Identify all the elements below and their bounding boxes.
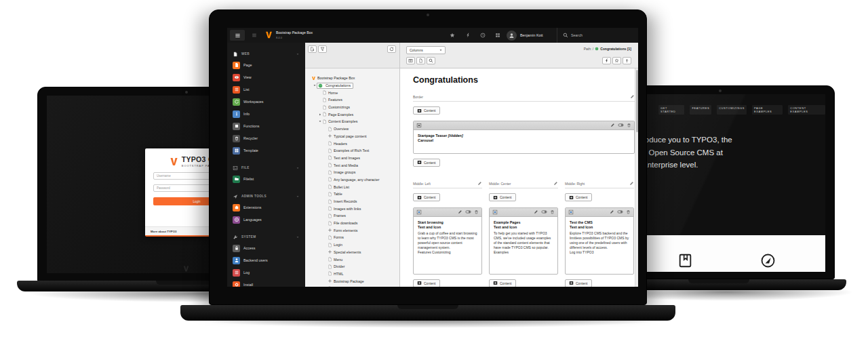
tree-item[interactable]: Any language, any character xyxy=(305,176,399,184)
star-icon[interactable] xyxy=(450,33,455,38)
columns-select[interactable]: Columns xyxy=(406,46,446,54)
trash-icon[interactable] xyxy=(550,209,555,214)
content-element-header[interactable] xyxy=(414,121,634,130)
grid-icon[interactable] xyxy=(495,33,500,38)
tree-item[interactable]: Carousel xyxy=(305,285,399,287)
tree-item[interactable]: Insert Records xyxy=(305,198,399,205)
content-scrollbar[interactable] xyxy=(635,68,638,287)
menu-section-admin-tools[interactable]: ADMIN TOOLS xyxy=(227,191,305,201)
sidebar-item-languages[interactable]: Languages xyxy=(227,214,305,226)
content-element-body[interactable]: Test the CMSText and IconExplore TYPO3 C… xyxy=(566,217,633,274)
star-outline-button[interactable] xyxy=(612,57,621,64)
tree-item[interactable]: Typical page content xyxy=(305,133,399,140)
card-links[interactable]: Features Customizing xyxy=(418,250,477,255)
pencil-icon[interactable] xyxy=(629,181,634,186)
pencil-icon[interactable] xyxy=(458,209,462,214)
pencil-icon[interactable] xyxy=(553,181,558,186)
tree-item[interactable]: Congratulations xyxy=(305,82,399,89)
tree-collapse-icon[interactable] xyxy=(317,119,322,123)
sidebar-item-access[interactable]: Access xyxy=(227,242,305,254)
tree-collapse-icon[interactable] xyxy=(312,83,317,87)
tree-item[interactable]: Text and Images xyxy=(305,155,399,162)
nav-item-page-examples[interactable]: PAGE EXAMPLES xyxy=(752,105,783,115)
tree-item[interactable]: Page Examples xyxy=(305,110,399,118)
search-button[interactable] xyxy=(427,57,435,64)
toggle-icon[interactable] xyxy=(465,209,471,215)
tree-item[interactable]: Bootstrap Package xyxy=(305,277,399,285)
add-content-button[interactable]: Content xyxy=(565,193,592,201)
tree-item[interactable]: Frames xyxy=(305,212,399,220)
sidebar-item-install[interactable]: Install xyxy=(227,279,305,287)
tree-item[interactable]: Divider xyxy=(305,263,399,270)
add-content-button[interactable]: Content xyxy=(413,279,440,287)
search-area[interactable]: Search xyxy=(557,28,638,43)
sidebar-item-backend-users[interactable]: Backend users xyxy=(227,254,305,266)
content-element-body[interactable]: Example PagesText and IconTo help get yo… xyxy=(490,217,557,274)
tree-item[interactable]: Table xyxy=(305,190,399,198)
menu-section-file[interactable]: FILE xyxy=(227,163,305,173)
add-content-button[interactable]: Content xyxy=(489,279,516,287)
tree-item[interactable]: Special elements xyxy=(305,249,399,256)
add-content-button[interactable]: Content xyxy=(565,279,592,287)
edit-section-icon[interactable] xyxy=(630,94,635,99)
bolt-icon[interactable] xyxy=(465,33,471,38)
more-about-link[interactable]: More about TYPO3 xyxy=(151,230,176,233)
add-content-button[interactable]: Content xyxy=(489,193,516,201)
trash-icon[interactable] xyxy=(626,209,631,214)
scrollbar-thumb[interactable] xyxy=(636,70,638,132)
sidebar-item-template[interactable]: Template xyxy=(227,144,305,157)
tree-item[interactable]: Overview xyxy=(305,125,399,133)
nav-item-customizings[interactable]: CUSTOMIZINGS xyxy=(717,105,747,115)
trash-icon[interactable] xyxy=(474,209,479,214)
tree-item[interactable]: Form elements xyxy=(305,226,399,234)
tree-item[interactable]: Login xyxy=(305,241,399,249)
tree-expand-icon[interactable] xyxy=(317,113,322,117)
content-element-header[interactable] xyxy=(414,208,481,217)
add-content-button[interactable]: Content xyxy=(413,159,440,167)
new-page-button[interactable] xyxy=(308,45,317,53)
sidebar-item-functions[interactable]: Functions xyxy=(227,120,305,132)
columns-button[interactable] xyxy=(406,57,415,64)
tree-item[interactable]: Text and Media xyxy=(305,161,399,169)
pencil-icon[interactable] xyxy=(534,209,538,214)
tree-item[interactable]: Images with links xyxy=(305,205,399,212)
toggle-icon[interactable] xyxy=(618,122,624,128)
tree-item[interactable]: Menu xyxy=(305,256,399,263)
sidebar-item-view[interactable]: View xyxy=(227,71,305,83)
pencil-icon[interactable] xyxy=(610,209,614,214)
content-element-header[interactable] xyxy=(490,208,557,217)
content-element-body[interactable]: Start browsingText and IconGrab a cup of… xyxy=(414,217,481,274)
username-label[interactable]: Benjamin Kott xyxy=(520,33,543,37)
sidebar-item-filelist[interactable]: Filelist xyxy=(227,173,305,185)
clock-icon[interactable] xyxy=(480,33,486,38)
sidebar-item-list[interactable]: List xyxy=(227,83,305,96)
pencil-icon[interactable] xyxy=(477,181,482,186)
sidebar-item-info[interactable]: Info xyxy=(227,108,305,120)
tree-item[interactable]: Home xyxy=(305,89,399,96)
nav-item-get-started[interactable]: GET STARTED xyxy=(658,105,684,115)
sidebar-item-recycler[interactable]: Recycler xyxy=(227,132,305,144)
tree-item-selected[interactable]: Congratulations xyxy=(317,83,353,89)
nav-item-content-examples[interactable]: CONTENT EXAMPLES xyxy=(788,105,825,115)
toggle-icon[interactable] xyxy=(541,209,547,215)
avatar[interactable] xyxy=(507,31,517,41)
tree-item[interactable]: Customizings xyxy=(305,104,399,111)
tree-item[interactable]: Examples of Rich Text xyxy=(305,147,399,155)
tree-item[interactable]: File downloads xyxy=(305,220,399,227)
sidebar-item-page[interactable]: Page xyxy=(227,59,305,71)
menu-toggle-button[interactable] xyxy=(230,30,245,41)
filter-button[interactable] xyxy=(318,45,327,53)
sidebar-item-log[interactable]: Log xyxy=(227,266,305,279)
tree-item[interactable]: Image groups xyxy=(305,169,399,176)
content-element-body[interactable]: Startpage Teaser [Hidden] Carousel xyxy=(414,130,634,153)
refresh-button[interactable] xyxy=(387,45,396,53)
nav-item-features[interactable]: FEATURES xyxy=(690,105,711,115)
content-element-header[interactable] xyxy=(566,208,633,217)
card-links[interactable]: Log into TYPO3 xyxy=(570,250,629,255)
tree-item[interactable]: HTML xyxy=(305,270,399,278)
tree-item[interactable]: Features xyxy=(305,96,399,104)
toggle-icon[interactable] xyxy=(617,209,623,215)
trash-icon[interactable] xyxy=(627,123,631,127)
bolt-button[interactable] xyxy=(602,57,611,64)
sidebar-item-extensions[interactable]: Extensions xyxy=(227,201,305,214)
